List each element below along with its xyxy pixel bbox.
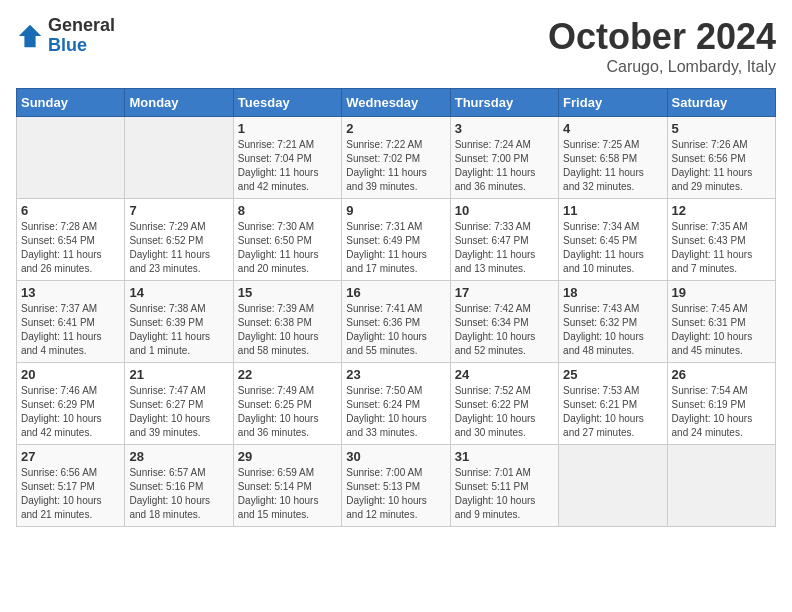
day-info: Sunrise: 6:59 AMSunset: 5:14 PMDaylight:…: [238, 466, 337, 522]
day-info: Sunrise: 7:01 AMSunset: 5:11 PMDaylight:…: [455, 466, 554, 522]
day-info: Sunrise: 7:26 AMSunset: 6:56 PMDaylight:…: [672, 138, 771, 194]
day-number: 26: [672, 367, 771, 382]
day-number: 12: [672, 203, 771, 218]
calendar-cell: 10Sunrise: 7:33 AMSunset: 6:47 PMDayligh…: [450, 199, 558, 281]
weekday-header-friday: Friday: [559, 89, 667, 117]
day-info: Sunrise: 7:30 AMSunset: 6:50 PMDaylight:…: [238, 220, 337, 276]
calendar-cell: 11Sunrise: 7:34 AMSunset: 6:45 PMDayligh…: [559, 199, 667, 281]
day-info: Sunrise: 7:54 AMSunset: 6:19 PMDaylight:…: [672, 384, 771, 440]
calendar-table: SundayMondayTuesdayWednesdayThursdayFrid…: [16, 88, 776, 527]
day-info: Sunrise: 7:28 AMSunset: 6:54 PMDaylight:…: [21, 220, 120, 276]
day-number: 5: [672, 121, 771, 136]
calendar-cell: 21Sunrise: 7:47 AMSunset: 6:27 PMDayligh…: [125, 363, 233, 445]
day-number: 24: [455, 367, 554, 382]
day-number: 22: [238, 367, 337, 382]
calendar-cell: 24Sunrise: 7:52 AMSunset: 6:22 PMDayligh…: [450, 363, 558, 445]
day-number: 19: [672, 285, 771, 300]
day-info: Sunrise: 7:49 AMSunset: 6:25 PMDaylight:…: [238, 384, 337, 440]
weekday-header-thursday: Thursday: [450, 89, 558, 117]
logo: General Blue: [16, 16, 115, 56]
week-row-1: 1Sunrise: 7:21 AMSunset: 7:04 PMDaylight…: [17, 117, 776, 199]
day-number: 16: [346, 285, 445, 300]
calendar-cell: 29Sunrise: 6:59 AMSunset: 5:14 PMDayligh…: [233, 445, 341, 527]
day-info: Sunrise: 7:00 AMSunset: 5:13 PMDaylight:…: [346, 466, 445, 522]
day-number: 15: [238, 285, 337, 300]
calendar-cell: 18Sunrise: 7:43 AMSunset: 6:32 PMDayligh…: [559, 281, 667, 363]
logo-general: General: [48, 16, 115, 36]
day-info: Sunrise: 7:24 AMSunset: 7:00 PMDaylight:…: [455, 138, 554, 194]
day-info: Sunrise: 7:25 AMSunset: 6:58 PMDaylight:…: [563, 138, 662, 194]
calendar-cell: 14Sunrise: 7:38 AMSunset: 6:39 PMDayligh…: [125, 281, 233, 363]
day-info: Sunrise: 7:53 AMSunset: 6:21 PMDaylight:…: [563, 384, 662, 440]
day-number: 9: [346, 203, 445, 218]
calendar-cell: [17, 117, 125, 199]
day-number: 20: [21, 367, 120, 382]
calendar-cell: 7Sunrise: 7:29 AMSunset: 6:52 PMDaylight…: [125, 199, 233, 281]
day-info: Sunrise: 7:41 AMSunset: 6:36 PMDaylight:…: [346, 302, 445, 358]
month-year: October 2024: [548, 16, 776, 58]
calendar-cell: 26Sunrise: 7:54 AMSunset: 6:19 PMDayligh…: [667, 363, 775, 445]
day-number: 10: [455, 203, 554, 218]
calendar-cell: 19Sunrise: 7:45 AMSunset: 6:31 PMDayligh…: [667, 281, 775, 363]
day-info: Sunrise: 6:56 AMSunset: 5:17 PMDaylight:…: [21, 466, 120, 522]
day-number: 8: [238, 203, 337, 218]
week-row-4: 20Sunrise: 7:46 AMSunset: 6:29 PMDayligh…: [17, 363, 776, 445]
logo-text: General Blue: [48, 16, 115, 56]
week-row-3: 13Sunrise: 7:37 AMSunset: 6:41 PMDayligh…: [17, 281, 776, 363]
day-info: Sunrise: 7:34 AMSunset: 6:45 PMDaylight:…: [563, 220, 662, 276]
week-row-2: 6Sunrise: 7:28 AMSunset: 6:54 PMDaylight…: [17, 199, 776, 281]
day-number: 29: [238, 449, 337, 464]
day-number: 7: [129, 203, 228, 218]
day-info: Sunrise: 7:50 AMSunset: 6:24 PMDaylight:…: [346, 384, 445, 440]
calendar-cell: 8Sunrise: 7:30 AMSunset: 6:50 PMDaylight…: [233, 199, 341, 281]
day-number: 13: [21, 285, 120, 300]
calendar-cell: 16Sunrise: 7:41 AMSunset: 6:36 PMDayligh…: [342, 281, 450, 363]
day-number: 18: [563, 285, 662, 300]
logo-blue: Blue: [48, 36, 115, 56]
day-number: 1: [238, 121, 337, 136]
day-number: 23: [346, 367, 445, 382]
day-info: Sunrise: 7:52 AMSunset: 6:22 PMDaylight:…: [455, 384, 554, 440]
day-number: 31: [455, 449, 554, 464]
day-info: Sunrise: 7:31 AMSunset: 6:49 PMDaylight:…: [346, 220, 445, 276]
calendar-cell: 3Sunrise: 7:24 AMSunset: 7:00 PMDaylight…: [450, 117, 558, 199]
day-info: Sunrise: 7:33 AMSunset: 6:47 PMDaylight:…: [455, 220, 554, 276]
calendar-cell: 27Sunrise: 6:56 AMSunset: 5:17 PMDayligh…: [17, 445, 125, 527]
calendar-cell: 15Sunrise: 7:39 AMSunset: 6:38 PMDayligh…: [233, 281, 341, 363]
weekday-header-tuesday: Tuesday: [233, 89, 341, 117]
day-number: 30: [346, 449, 445, 464]
calendar-cell: 5Sunrise: 7:26 AMSunset: 6:56 PMDaylight…: [667, 117, 775, 199]
day-info: Sunrise: 7:22 AMSunset: 7:02 PMDaylight:…: [346, 138, 445, 194]
day-number: 6: [21, 203, 120, 218]
day-info: Sunrise: 7:37 AMSunset: 6:41 PMDaylight:…: [21, 302, 120, 358]
weekday-header-wednesday: Wednesday: [342, 89, 450, 117]
day-number: 28: [129, 449, 228, 464]
day-info: Sunrise: 7:43 AMSunset: 6:32 PMDaylight:…: [563, 302, 662, 358]
day-number: 27: [21, 449, 120, 464]
location: Carugo, Lombardy, Italy: [548, 58, 776, 76]
day-info: Sunrise: 7:42 AMSunset: 6:34 PMDaylight:…: [455, 302, 554, 358]
page-header: General Blue October 2024 Carugo, Lombar…: [16, 16, 776, 76]
svg-marker-0: [19, 25, 41, 47]
day-number: 14: [129, 285, 228, 300]
calendar-cell: 25Sunrise: 7:53 AMSunset: 6:21 PMDayligh…: [559, 363, 667, 445]
day-number: 2: [346, 121, 445, 136]
day-info: Sunrise: 7:47 AMSunset: 6:27 PMDaylight:…: [129, 384, 228, 440]
calendar-cell: [667, 445, 775, 527]
day-info: Sunrise: 7:45 AMSunset: 6:31 PMDaylight:…: [672, 302, 771, 358]
calendar-cell: [559, 445, 667, 527]
calendar-cell: 20Sunrise: 7:46 AMSunset: 6:29 PMDayligh…: [17, 363, 125, 445]
calendar-cell: [125, 117, 233, 199]
title-block: October 2024 Carugo, Lombardy, Italy: [548, 16, 776, 76]
weekday-header-saturday: Saturday: [667, 89, 775, 117]
day-number: 11: [563, 203, 662, 218]
day-number: 4: [563, 121, 662, 136]
day-info: Sunrise: 7:21 AMSunset: 7:04 PMDaylight:…: [238, 138, 337, 194]
day-info: Sunrise: 7:46 AMSunset: 6:29 PMDaylight:…: [21, 384, 120, 440]
logo-icon: [16, 22, 44, 50]
day-info: Sunrise: 7:29 AMSunset: 6:52 PMDaylight:…: [129, 220, 228, 276]
calendar-cell: 1Sunrise: 7:21 AMSunset: 7:04 PMDaylight…: [233, 117, 341, 199]
calendar-cell: 4Sunrise: 7:25 AMSunset: 6:58 PMDaylight…: [559, 117, 667, 199]
day-number: 21: [129, 367, 228, 382]
day-info: Sunrise: 7:39 AMSunset: 6:38 PMDaylight:…: [238, 302, 337, 358]
